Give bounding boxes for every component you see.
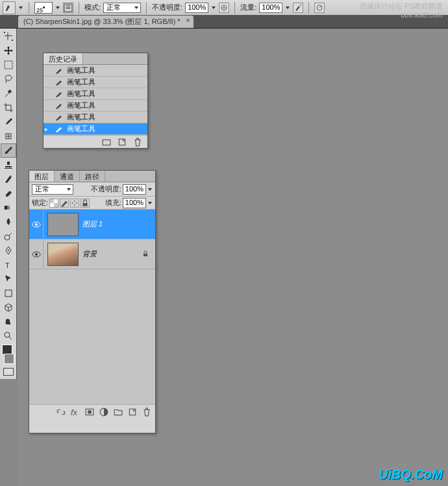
adjustment-icon[interactable] [99,407,108,417]
tablet-size-toggle[interactable] [314,3,325,13]
layer-blend-mode-select[interactable]: 正常 [32,184,73,195]
zoom-tool[interactable] [1,329,16,343]
dodge-tool[interactable] [1,229,16,243]
close-icon[interactable]: × [186,17,190,24]
flow-input[interactable]: 100% [259,3,282,13]
preset-dropdown-icon[interactable] [18,2,23,14]
pen-tool[interactable] [1,243,16,258]
brush-preview[interactable]: 25 [34,2,53,14]
watermark-url: bbs.ika8.com [360,11,443,19]
svg-point-24 [35,253,38,256]
svg-rect-10 [5,206,12,210]
brush-icon [54,78,64,87]
paths-tab[interactable]: 路径 [80,171,105,182]
brush-size-label: 25 [36,7,43,14]
blend-mode-select[interactable]: 正常 [103,3,141,13]
snapshot-from-doc-icon[interactable] [102,138,111,147]
svg-rect-7 [5,61,12,69]
history-item-label: 画笔工具 [67,112,95,122]
history-item[interactable]: 画笔工具 [44,88,147,100]
visibility-toggle[interactable] [29,239,44,269]
watermark-bottom: UiBQ.CoM [379,467,443,482]
visibility-toggle[interactable] [29,210,44,239]
lock-all-icon[interactable] [81,199,90,208]
new-layer-icon[interactable] [128,407,137,417]
layer-row[interactable]: 背景 [29,239,155,269]
opacity-input[interactable]: 100% [185,3,208,13]
background-color[interactable] [4,354,14,364]
history-tab[interactable]: 历史记录 [44,53,83,64]
lock-transparent-icon[interactable] [49,199,58,208]
history-item[interactable]: 画笔工具 [44,100,147,112]
path-select-tool[interactable] [1,272,16,286]
history-item-label: 画笔工具 [67,89,95,99]
svg-point-11 [5,235,10,240]
svg-point-2 [223,6,225,8]
wand-tool[interactable] [1,86,16,101]
layer-blend-mode-value: 正常 [35,184,49,194]
mask-icon[interactable] [85,407,94,417]
brush-panel-toggle[interactable] [63,3,73,13]
new-snapshot-icon[interactable] [118,138,127,147]
tool-preset-picker[interactable] [3,1,16,14]
history-brush-tool[interactable] [1,172,16,186]
lock-position-icon[interactable] [70,199,79,208]
layer-thumbnail[interactable] [47,243,79,266]
gradient-tool[interactable] [1,200,16,215]
shape-tool[interactable] [1,286,16,300]
history-item-label: 画笔工具 [67,66,95,75]
3d-tool[interactable] [1,300,16,315]
history-item[interactable]: 画笔工具 [44,77,147,88]
trash-icon[interactable] [142,407,151,417]
fx-icon[interactable]: fx [71,407,80,417]
airbrush-toggle[interactable] [293,3,303,13]
type-tool[interactable]: T [1,258,16,272]
channels-tab[interactable]: 通道 [55,171,80,182]
eyedropper-tool[interactable] [1,115,16,129]
layer-opacity-label: 不透明度: [91,184,121,194]
lasso-tool[interactable] [1,72,16,86]
layers-tab[interactable]: 图层 [29,171,55,182]
layer-name[interactable]: 图层 1 [82,219,155,229]
group-icon[interactable] [114,407,123,417]
stamp-tool[interactable] [1,158,16,172]
fill-label: 填充: [105,198,121,208]
quickmask-toggle[interactable] [1,365,16,378]
svg-text:fx: fx [71,407,78,417]
layer-opacity-slider-icon[interactable] [147,184,153,195]
history-item[interactable]: ▸画笔工具 [44,123,147,135]
eraser-tool[interactable] [1,186,16,200]
mode-label: 模式: [84,3,101,12]
brush-tool[interactable] [1,143,16,158]
tool-handles-icon[interactable] [1,29,16,43]
history-item[interactable]: 画笔工具 [44,112,147,123]
watermark-text: 思缘设计论坛 PS教程频道 [360,1,443,11]
blur-tool[interactable] [1,215,16,229]
lock-pixels-icon[interactable] [60,199,69,208]
trash-icon[interactable] [133,138,142,147]
svg-rect-0 [64,4,72,12]
fill-input[interactable]: 100% [123,198,146,208]
layer-row[interactable]: 图层 1 [29,210,155,239]
layer-thumbnail[interactable] [47,213,79,236]
brush-picker-dropdown-icon[interactable] [55,2,60,14]
blend-mode-value: 正常 [106,3,121,12]
tablet-opacity-toggle[interactable] [219,3,229,13]
svg-rect-18 [50,199,54,203]
crop-tool[interactable] [1,101,16,115]
layer-opacity-input[interactable]: 100% [123,184,146,195]
svg-point-28 [88,410,92,414]
opacity-label: 不透明度: [152,3,182,12]
move-tool[interactable] [1,43,16,58]
history-item[interactable]: 画笔工具 [44,65,147,77]
color-swatches[interactable] [1,343,16,365]
fill-slider-icon[interactable] [147,197,153,209]
document-tab[interactable]: (C) SharpenSkin1.jpg @ 33.3% (图层 1, RGB/… [18,16,193,28]
marquee-tool[interactable] [1,58,16,72]
healing-tool[interactable] [1,129,16,143]
flow-slider-icon[interactable] [285,2,290,14]
link-layers-icon[interactable] [56,407,66,417]
hand-tool[interactable] [1,315,16,329]
opacity-slider-icon[interactable] [211,2,216,14]
layer-list: 图层 1 背景 [29,210,155,404]
